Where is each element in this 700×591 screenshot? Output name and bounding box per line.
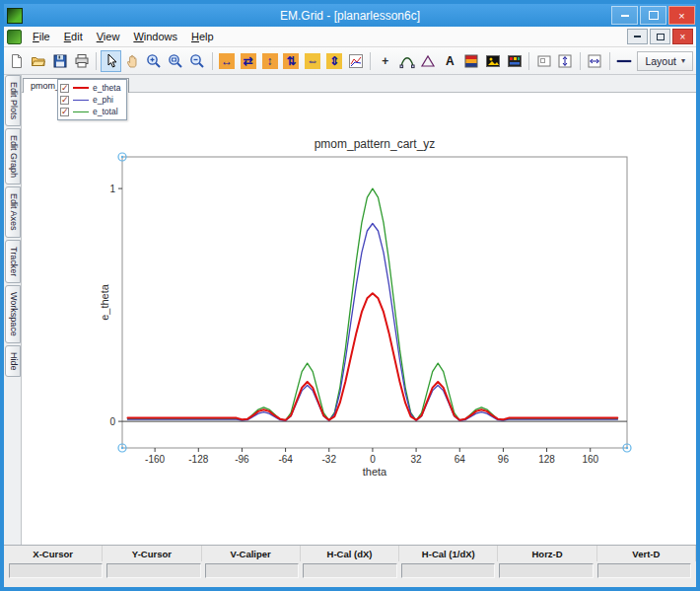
window-title: EM.Grid - [planarlesson6c] <box>4 9 696 23</box>
layout-dropdown[interactable]: Layout▾ <box>637 51 693 71</box>
status-value-6 <box>597 563 691 578</box>
image-tool-icon <box>485 53 501 69</box>
x-tick-label: -160 <box>145 454 165 465</box>
compress-y-button[interactable]: ⇅ <box>281 50 302 72</box>
fit-y-button[interactable]: ⇕ <box>324 50 345 72</box>
expand-x-icon: ↔ <box>219 53 235 69</box>
expand-y-button[interactable]: ↕ <box>259 50 280 72</box>
menu-help[interactable]: Help <box>184 29 221 44</box>
palette-tool-button[interactable] <box>504 50 525 72</box>
toolbar-separator <box>609 52 610 70</box>
status-col-vert-d: Vert-D <box>597 546 696 561</box>
fit-x-button[interactable]: ⇔ <box>303 50 323 72</box>
toolbar-separator <box>370 52 371 70</box>
child-restore-icon <box>657 34 665 40</box>
child-window-icon[interactable] <box>7 30 22 44</box>
maximize-button[interactable] <box>640 6 666 25</box>
menu-items: FileEditViewWindowsHelp <box>26 29 221 44</box>
status-col-h-cal-dx-: H-Cal (dX) <box>301 546 399 561</box>
expand-x-button[interactable]: ↔ <box>216 50 237 72</box>
save-file-button[interactable] <box>50 50 71 72</box>
sidebar-tab-edit-graph[interactable]: Edit Graph <box>5 128 21 185</box>
open-file-icon <box>31 53 46 69</box>
save-file-icon <box>52 53 68 69</box>
colormap-button[interactable] <box>461 50 482 72</box>
select-cursor-button[interactable] <box>101 50 121 72</box>
menu-edit[interactable]: Edit <box>57 29 90 44</box>
close-button[interactable]: × <box>668 6 695 25</box>
print-button[interactable] <box>72 50 93 72</box>
plot-traces-icon <box>348 53 364 69</box>
sidebar-tab-hide[interactable]: Hide <box>5 345 21 378</box>
slope-tool-button[interactable] <box>418 50 439 72</box>
zoom-out-button[interactable] <box>187 50 208 72</box>
horizontal-caliper-button[interactable] <box>585 50 605 72</box>
box-tool-button[interactable] <box>533 50 554 72</box>
pan-icon <box>125 53 141 69</box>
fit-x-icon: ⇔ <box>305 53 320 69</box>
chart[interactable]: pmom_pattern_cart_yz-160-128-96-64-32032… <box>101 132 653 487</box>
sidebar: Edit PlotsEdit GraphEdit AxesTrackerWork… <box>4 75 22 545</box>
close-icon: × <box>678 10 684 22</box>
menu-file[interactable]: File <box>26 29 57 44</box>
chart-title: pmom_pattern_cart_yz <box>315 137 436 151</box>
child-restore-button[interactable] <box>650 29 670 44</box>
legend-checkbox-e_theta[interactable]: ✓ <box>60 84 69 93</box>
line-style-button[interactable] <box>614 50 635 72</box>
sidebar-tab-workspace[interactable]: Workspace <box>5 285 21 343</box>
legend-swatch-e_theta <box>73 87 89 89</box>
compress-y-icon: ⇅ <box>283 53 299 69</box>
x-tick-label: -32 <box>322 454 337 465</box>
pan-button[interactable] <box>122 50 143 72</box>
legend-label-e_total: e_total <box>93 107 118 116</box>
compress-x-icon: ⇄ <box>241 53 256 69</box>
zoom-in-button[interactable] <box>144 50 165 72</box>
x-tick-label: 128 <box>538 454 555 465</box>
open-file-button[interactable] <box>29 50 49 72</box>
legend-checkbox-e_phi[interactable]: ✓ <box>60 96 69 105</box>
x-tick-label: 160 <box>582 454 598 465</box>
toolbar-separator <box>212 52 213 70</box>
statusbar: X-CursorY-CursorV-CaliperH-Cal (dX)H-Cal… <box>4 545 696 587</box>
main-region: Edit PlotsEdit GraphEdit AxesTrackerWork… <box>4 75 696 545</box>
status-values <box>4 561 696 578</box>
minimize-button[interactable] <box>611 6 638 25</box>
new-file-button[interactable] <box>7 50 28 72</box>
child-close-button[interactable]: × <box>672 29 693 44</box>
content: pmom_pattern_cart_yz ✓e_theta✓e_phi✓e_to… <box>22 75 696 545</box>
chevron-down-icon: ▾ <box>681 56 685 65</box>
sidebar-tab-edit-axes[interactable]: Edit Axes <box>5 186 21 238</box>
child-minimize-button[interactable] <box>627 29 648 44</box>
maximize-icon <box>649 11 659 20</box>
toolbar-separator <box>580 52 581 70</box>
status-header: X-CursorY-CursorV-CaliperH-Cal (dX)H-Cal… <box>4 546 696 561</box>
add-annotation-button[interactable]: + <box>375 50 395 72</box>
curve-tool-button[interactable] <box>396 50 417 72</box>
legend-row-e_total: ✓e_total <box>60 106 120 117</box>
x-tick-label: 96 <box>498 454 510 465</box>
status-col-h-cal-1-dx-: H-Cal (1/dX) <box>399 546 498 561</box>
status-col-horz-d: Horz-D <box>498 546 596 561</box>
sidebar-tab-edit-plots[interactable]: Edit Plots <box>5 75 21 126</box>
y-axis-label: e_theta <box>101 283 110 321</box>
zoom-in-icon <box>146 53 162 69</box>
plot-traces-button[interactable] <box>346 50 367 72</box>
status-value-5 <box>499 563 593 578</box>
sidebar-tab-tracker[interactable]: Tracker <box>5 240 21 283</box>
compress-x-button[interactable]: ⇄ <box>238 50 258 72</box>
status-value-2 <box>205 563 299 578</box>
child-close-icon: × <box>680 32 686 42</box>
legend-checkbox-e_total[interactable]: ✓ <box>60 108 69 116</box>
menu-view[interactable]: View <box>90 29 127 44</box>
image-tool-button[interactable] <box>483 50 504 72</box>
status-col-y-cursor: Y-Cursor <box>103 546 201 561</box>
vertical-caliper-button[interactable] <box>555 50 576 72</box>
titlebar: EM.Grid - [planarlesson6c] × <box>4 4 696 27</box>
legend-row-e_theta: ✓e_theta <box>60 82 120 94</box>
legend-swatch-e_total <box>73 111 89 112</box>
vertical-caliper-icon <box>557 53 573 69</box>
menu-windows[interactable]: Windows <box>126 29 184 44</box>
zoom-window-button[interactable] <box>166 50 186 72</box>
text-tool-button[interactable]: A <box>440 50 460 72</box>
series-e_theta <box>128 293 618 419</box>
